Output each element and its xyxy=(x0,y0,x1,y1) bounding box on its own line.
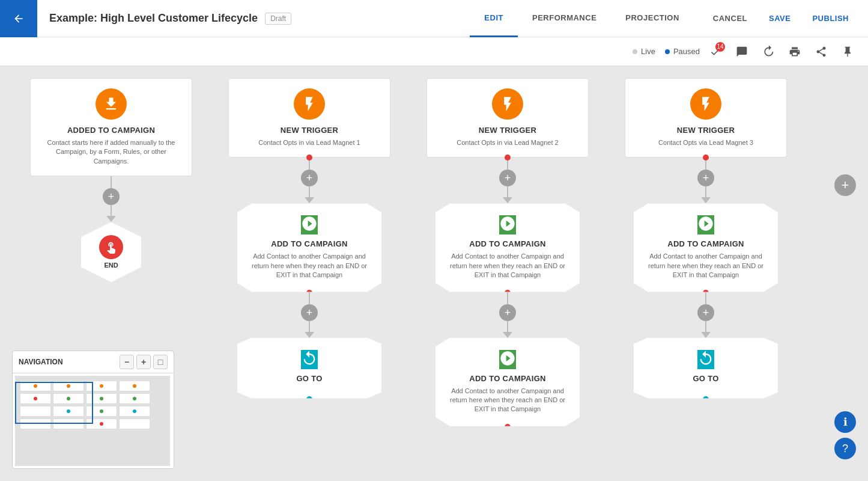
tasks-badge: 14 xyxy=(715,42,725,52)
zoom-in-button[interactable]: + xyxy=(136,355,151,369)
save-button[interactable]: SAVE xyxy=(759,14,800,23)
nav-panel-controls: − + □ xyxy=(120,355,168,369)
add-step-btn-2b[interactable]: + xyxy=(301,304,318,321)
workflow-col-3: NEW TRIGGER Contact Opts in via Lead Mag… xyxy=(408,78,607,426)
campaign-title: Example: High Level Customer Lifecycle xyxy=(49,12,258,25)
trigger-title-1: ADDED TO CAMPAIGN xyxy=(67,126,155,135)
zoom-fit-button[interactable]: □ xyxy=(153,355,168,369)
top-nav: Example: High Level Customer Lifecycle D… xyxy=(0,0,868,37)
nav-tabs: EDIT PERFORMANCE PROJECTION xyxy=(470,0,693,37)
workflow-col-2: NEW TRIGGER Contact Opts in via Lead Mag… xyxy=(210,78,408,426)
action-3b-icon xyxy=(499,350,516,369)
print-button[interactable] xyxy=(784,41,806,63)
draft-badge: Draft xyxy=(265,13,291,25)
trigger-3-dot xyxy=(505,155,511,161)
action-title-4a: ADD TO CAMPAIGN xyxy=(667,239,744,248)
trigger-desc-1: Contact starts here if added manually to… xyxy=(40,138,182,166)
trigger-card-3[interactable]: NEW TRIGGER Contact Opts in via Lead Mag… xyxy=(426,78,589,158)
action-card-2a[interactable]: ADD TO CAMPAIGN Add Contact to another C… xyxy=(237,203,381,292)
pin-button[interactable] xyxy=(837,41,858,63)
tasks-button[interactable]: 14 xyxy=(705,41,726,63)
live-status: Live xyxy=(633,47,655,56)
nav-mini-map[interactable] xyxy=(15,376,170,466)
connector-2b: + xyxy=(301,292,318,338)
messages-button[interactable] xyxy=(731,41,753,63)
action-title-3a: ADD TO CAMPAIGN xyxy=(469,239,546,248)
trigger-desc-4: Contact Opts via Lead Magnet 3 xyxy=(658,138,753,147)
tab-performance[interactable]: PERFORMANCE xyxy=(518,0,611,37)
end-label: END xyxy=(104,262,118,269)
trigger-title-4: NEW TRIGGER xyxy=(677,126,735,135)
nav-panel-title: NAVIGATION xyxy=(19,358,63,366)
goto-2-icon xyxy=(301,350,318,369)
back-button[interactable] xyxy=(0,0,37,37)
add-step-btn-3b[interactable]: + xyxy=(499,304,516,321)
action-desc-3a: Add Contact to another Campaign and retu… xyxy=(445,252,570,280)
trigger-card-4[interactable]: NEW TRIGGER Contact Opts via Lead Magnet… xyxy=(625,78,787,158)
added-campaign-icon xyxy=(96,88,127,120)
paused-status: Paused xyxy=(665,47,700,56)
goto-card-4[interactable]: GO TO xyxy=(634,338,778,399)
goto-title-4: GO TO xyxy=(693,374,718,383)
add-step-btn-4a[interactable]: + xyxy=(697,170,714,186)
action-4a-icon xyxy=(697,215,714,234)
end-node[interactable]: END xyxy=(81,222,141,282)
action-desc-3b: Add Contact to another Campaign and retu… xyxy=(445,387,570,414)
trigger-card-1[interactable]: ADDED TO CAMPAIGN Contact starts here if… xyxy=(30,78,192,176)
trigger-3-icon xyxy=(492,88,523,120)
trigger-title-3: NEW TRIGGER xyxy=(479,126,536,135)
zoom-out-button[interactable]: − xyxy=(120,355,134,369)
action-title-2a: ADD TO CAMPAIGN xyxy=(271,239,348,248)
add-step-btn-1a[interactable]: + xyxy=(103,188,120,205)
tab-edit[interactable]: EDIT xyxy=(470,0,518,37)
history-button[interactable] xyxy=(757,41,779,63)
paused-dot xyxy=(665,49,670,54)
trigger-card-2[interactable]: NEW TRIGGER Contact Opts in via Lead Mag… xyxy=(228,78,390,158)
action-card-3a[interactable]: ADD TO CAMPAIGN Add Contact to another C… xyxy=(436,203,580,292)
publish-button[interactable]: PUBLISH xyxy=(803,14,858,23)
action-desc-2a: Add Contact to another Campaign and retu… xyxy=(247,252,372,280)
action-title-3b: ADD TO CAMPAIGN xyxy=(469,374,546,383)
live-dot xyxy=(633,49,637,54)
connector-1a: + xyxy=(103,176,120,222)
action-card-3b[interactable]: ADD TO CAMPAIGN Add Contact to another C… xyxy=(436,338,580,426)
trigger-2-icon xyxy=(294,88,325,120)
add-step-btn-4b[interactable]: + xyxy=(697,304,714,321)
nav-actions: CANCEL SAVE PUBLISH xyxy=(694,14,868,23)
live-label: Live xyxy=(641,47,655,56)
nav-viewport xyxy=(15,382,93,424)
status-group: Live Paused xyxy=(633,47,700,56)
help-button[interactable]: ? xyxy=(834,438,856,459)
action-desc-4a: Add Contact to another Campaign and retu… xyxy=(643,252,768,280)
action-3a-icon xyxy=(499,215,516,234)
trigger-title-2: NEW TRIGGER xyxy=(281,126,338,135)
nav-panel-header: NAVIGATION − + □ xyxy=(13,351,174,373)
end-icon xyxy=(99,235,123,259)
title-area: Example: High Level Customer Lifecycle D… xyxy=(37,12,470,25)
connector-3a: + xyxy=(499,158,516,203)
trigger-2-dot xyxy=(306,155,312,161)
workflow-canvas: ADDED TO CAMPAIGN Contact starts here if… xyxy=(0,66,868,481)
cancel-button[interactable]: CANCEL xyxy=(703,14,757,23)
paused-label: Paused xyxy=(673,47,700,56)
goto-title-2: GO TO xyxy=(296,374,322,383)
goto-card-2[interactable]: GO TO xyxy=(237,338,381,399)
goto-4-icon xyxy=(697,350,714,369)
info-button[interactable]: ℹ xyxy=(834,411,856,433)
trigger-desc-2: Contact Opts in via Lead Magnet 1 xyxy=(258,138,360,147)
tab-projection[interactable]: PROJECTION xyxy=(611,0,694,37)
action-card-4a[interactable]: ADD TO CAMPAIGN Add Contact to another C… xyxy=(634,203,778,292)
connector-4a: + xyxy=(697,158,714,203)
add-step-btn-2a[interactable]: + xyxy=(301,170,318,186)
trigger-desc-3: Contact Opts in via Lead Magnet 2 xyxy=(457,138,558,147)
add-step-btn-3a[interactable]: + xyxy=(499,170,516,186)
action-3b-dot xyxy=(505,424,511,430)
navigation-panel: NAVIGATION − + □ xyxy=(12,351,174,469)
add-column-button[interactable]: + xyxy=(834,174,856,196)
share-button[interactable] xyxy=(810,41,832,63)
connector-3b: + xyxy=(499,292,516,338)
goto-4-dot xyxy=(703,396,709,402)
connector-2a: + xyxy=(301,158,318,203)
goto-2-dot xyxy=(306,396,312,402)
end-node-container: END xyxy=(81,222,141,282)
